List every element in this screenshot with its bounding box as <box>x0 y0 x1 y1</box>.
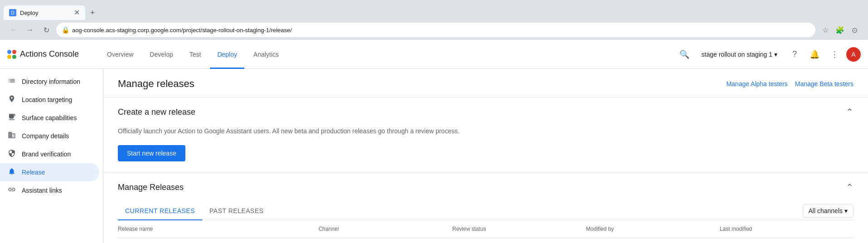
back-button[interactable]: ← <box>7 24 20 36</box>
company-details-icon <box>7 131 16 141</box>
app-name: Actions Console <box>20 49 79 59</box>
sidebar-item-company-details[interactable]: Company details <box>0 127 99 145</box>
sidebar-item-surface-capabilities-label: Surface capabilities <box>22 114 77 122</box>
create-release-section: Create a new release ⌃ Officially launch… <box>103 97 868 173</box>
more-options-button[interactable]: ⋮ <box>826 46 843 63</box>
help-button[interactable]: ? <box>786 46 803 63</box>
create-release-section-title: Create a new release <box>118 107 195 117</box>
th-channel: Channel <box>319 226 452 232</box>
channel-selector[interactable]: All channels ▾ <box>803 204 854 218</box>
tab-favicon: D <box>9 9 16 16</box>
sidebar-item-location-targeting-label: Location targeting <box>22 96 72 103</box>
manage-releases-section: Manage Releases ⌃ CURRENT RELEASES PAST … <box>103 173 868 243</box>
nav-item-test[interactable]: Test <box>182 40 209 69</box>
project-selector[interactable]: stage rollout on staging 1 ▾ <box>696 46 783 63</box>
page-header: Manage releases Manage Alpha testers Man… <box>103 69 868 97</box>
url-text: aog-console.acs-staging.corp.google.com/… <box>72 27 292 34</box>
sidebar-item-surface-capabilities[interactable]: Surface capabilities <box>0 109 99 127</box>
app-header: Actions Console Overview Develop Test De… <box>0 40 868 69</box>
release-icon <box>7 167 16 177</box>
address-bar[interactable]: 🔒 aog-console.acs-staging.corp.google.co… <box>56 23 815 37</box>
bookmark-button[interactable]: ☆ <box>819 24 832 36</box>
browser-toolbar-right: ☆ 🧩 ⊙ <box>819 24 861 36</box>
releases-tabs: CURRENT RELEASES PAST RELEASES All chann… <box>118 202 853 220</box>
browser-chrome: D Deploy ✕ + ← → ↻ 🔒 aog-console.acs-sta… <box>0 0 868 40</box>
app-container: Actions Console Overview Develop Test De… <box>0 40 868 243</box>
manage-beta-testers-link[interactable]: Manage Beta testers <box>795 80 853 87</box>
forward-button[interactable]: → <box>24 24 36 36</box>
profile-button[interactable]: ⊙ <box>848 24 861 36</box>
tab-current-releases[interactable]: CURRENT RELEASES <box>118 202 202 220</box>
new-tab-button[interactable]: + <box>85 5 100 20</box>
start-new-release-button[interactable]: Start new release <box>118 145 185 161</box>
sidebar-item-directory-information[interactable]: Directory information <box>0 73 99 91</box>
google-logo <box>7 50 16 59</box>
nav-item-analytics[interactable]: Analytics <box>246 40 286 69</box>
assistant-links-icon <box>7 185 16 195</box>
create-release-description: Officially launch your Action to Google … <box>118 126 853 136</box>
tab-past-releases[interactable]: PAST RELEASES <box>202 202 271 220</box>
page-header-actions: Manage Alpha testers Manage Beta testers <box>726 80 853 87</box>
sidebar-item-release[interactable]: Release <box>0 163 99 181</box>
nav-item-overview[interactable]: Overview <box>100 40 141 69</box>
extension-button[interactable]: 🧩 <box>834 24 846 36</box>
create-section-collapse-icon[interactable]: ⌃ <box>846 107 853 117</box>
surface-capabilities-icon <box>7 113 16 123</box>
th-modified-by: Modified by <box>586 226 720 232</box>
manage-releases-collapse-icon[interactable]: ⌃ <box>846 182 853 193</box>
sidebar-item-brand-verification[interactable]: Brand verification <box>0 145 99 163</box>
page-content: Manage releases Manage Alpha testers Man… <box>103 69 868 243</box>
project-dropdown-icon: ▾ <box>774 51 777 58</box>
sidebar-item-brand-verification-label: Brand verification <box>22 151 71 158</box>
brand-verification-icon <box>7 149 16 159</box>
logo-dot-red <box>12 50 16 54</box>
sidebar-item-directory-information-label: Directory information <box>22 78 80 85</box>
header-right: 🔍 stage rollout on staging 1 ▾ ? 🔔 ⋮ A <box>676 46 861 63</box>
sidebar: Directory information Location targeting… <box>0 69 103 243</box>
sidebar-item-assistant-links[interactable]: Assistant links <box>0 181 99 199</box>
channel-dropdown-icon: ▾ <box>844 207 848 214</box>
channel-selector-label: All channels <box>809 207 843 214</box>
logo-dot-green <box>12 55 16 59</box>
manage-alpha-testers-link[interactable]: Manage Alpha testers <box>726 80 787 87</box>
app-logo: Actions Console <box>7 49 89 59</box>
directory-information-icon <box>7 77 16 87</box>
th-last-modified: Last modified <box>720 226 853 232</box>
browser-tabs: D Deploy ✕ + <box>4 4 864 20</box>
sidebar-item-release-label: Release <box>22 169 45 176</box>
active-tab[interactable]: D Deploy ✕ <box>4 5 85 20</box>
th-review-status: Review status <box>452 226 586 232</box>
logo-dot-yellow <box>7 55 11 59</box>
sidebar-item-company-details-label: Company details <box>22 132 69 140</box>
avatar[interactable]: A <box>846 47 861 62</box>
nav-item-deploy[interactable]: Deploy <box>210 40 244 69</box>
manage-releases-title: Manage Releases <box>118 183 184 192</box>
project-name: stage rollout on staging 1 <box>702 51 772 58</box>
search-button[interactable]: 🔍 <box>676 46 693 63</box>
sidebar-item-assistant-links-label: Assistant links <box>22 187 62 194</box>
lock-icon: 🔒 <box>62 26 69 34</box>
logo-dot-blue <box>7 50 11 54</box>
sidebar-item-location-targeting[interactable]: Location targeting <box>0 91 99 109</box>
manage-releases-content: CURRENT RELEASES PAST RELEASES All chann… <box>103 193 868 243</box>
browser-toolbar: ← → ↻ 🔒 aog-console.acs-staging.corp.goo… <box>4 20 864 40</box>
app-nav: Overview Develop Test Deploy Analytics <box>100 40 676 69</box>
nav-item-develop[interactable]: Develop <box>142 40 180 69</box>
create-release-section-body: Officially launch your Action to Google … <box>103 126 868 172</box>
tab-title: Deploy <box>20 10 38 16</box>
manage-releases-header: Manage Releases ⌃ <box>103 173 868 193</box>
th-release-name: Release name <box>118 226 319 232</box>
page-title: Manage releases <box>118 78 194 90</box>
notifications-button[interactable]: 🔔 <box>806 46 823 63</box>
create-release-section-header: Create a new release ⌃ <box>103 97 868 126</box>
tab-close-button[interactable]: ✕ <box>74 9 80 16</box>
refresh-button[interactable]: ↻ <box>40 24 53 36</box>
releases-table-header: Release name Channel Review status Modif… <box>118 220 853 238</box>
main-content: Directory information Location targeting… <box>0 69 868 243</box>
location-targeting-icon <box>7 95 16 105</box>
